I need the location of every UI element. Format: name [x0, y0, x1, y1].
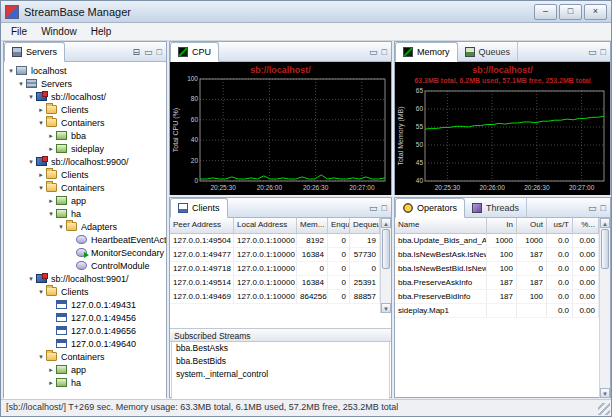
column-header[interactable]: us/T [547, 218, 573, 233]
tree-item-containers[interactable]: ▾Containers [4, 350, 166, 363]
table-row[interactable]: bba.PreserveAskInfo1871870.00.00 [395, 276, 599, 290]
tree-item-sb-localhost-9900-[interactable]: ▾sb://localhost:9900/ [4, 155, 166, 168]
stream-item[interactable]: bba.BestAsks [172, 342, 389, 355]
menu-window[interactable]: Window [34, 25, 84, 38]
tree-item-containers[interactable]: ▾Containers [4, 116, 166, 129]
tree-item-controlmodule[interactable]: ControlModule [4, 259, 166, 272]
table-row[interactable]: 127.0.0.1:49469127.0.0.1:100008642560888… [170, 290, 380, 304]
clients-scrollbar[interactable]: ▲ ▼ [380, 218, 391, 313]
twisty-collapsed-icon[interactable]: ▸ [36, 103, 46, 116]
twisty-collapsed-icon[interactable]: ▸ [36, 168, 46, 181]
scroll-down-icon[interactable]: ▼ [600, 388, 610, 398]
column-header[interactable]: Mem... [297, 218, 328, 233]
tree-item-127-0-0-1-49656[interactable]: 127.0.0.1:49656 [4, 324, 166, 337]
twisty-collapsed-icon[interactable]: ▸ [46, 194, 56, 207]
scroll-up-icon[interactable]: ▲ [600, 218, 610, 228]
twisty-expanded-icon[interactable]: ▾ [36, 285, 46, 298]
maximize-view-icon[interactable]: □ [601, 203, 606, 213]
minimize-view-icon[interactable]: ▭ [369, 203, 378, 213]
twisty-collapsed-icon[interactable]: ▸ [46, 129, 56, 142]
titlebar[interactable]: StreamBase Manager – □ × [1, 1, 611, 23]
tree-item-clients[interactable]: ▸Clients [4, 103, 166, 116]
scrollbar-thumb[interactable] [382, 229, 390, 269]
tree-item-127-0-0-1-49640[interactable]: 127.0.0.1:49640 [4, 337, 166, 350]
close-button[interactable]: × [584, 4, 607, 20]
twisty-expanded-icon[interactable]: ▾ [26, 272, 36, 285]
twisty-collapsed-icon[interactable]: ▸ [46, 142, 56, 155]
menu-file[interactable]: File [4, 25, 34, 38]
scrollbar-thumb[interactable] [601, 229, 609, 269]
maximize-button[interactable]: □ [559, 4, 582, 20]
stream-item[interactable]: bba.BestBids [172, 355, 389, 368]
column-header[interactable]: Out [517, 218, 547, 233]
column-header[interactable]: %... [573, 218, 599, 233]
twisty-expanded-icon[interactable]: ▾ [46, 207, 56, 220]
table-row[interactable]: bba.IsNewBestAsk.IsNewB...1001870.00.00 [395, 248, 599, 262]
column-header[interactable]: In [487, 218, 517, 233]
column-header[interactable]: Name [395, 218, 487, 233]
tab-memory[interactable]: Memory [395, 42, 458, 62]
table-row[interactable]: bba.Update_Bids_and_Asks100010000.00.00 [395, 234, 599, 248]
tab-servers[interactable]: Servers [4, 42, 65, 62]
tree-item-sideplay[interactable]: ▸sideplay [4, 142, 166, 155]
tree-item-monitorsecondary[interactable]: MonitorSecondary [4, 246, 166, 259]
tree-item-localhost[interactable]: ▾localhost [4, 64, 166, 77]
tree-item-ha[interactable]: ▸ha [4, 376, 166, 389]
tree-item-bba[interactable]: ▸bba [4, 129, 166, 142]
tab-clients[interactable]: Clients [170, 198, 228, 218]
minimize-view-icon[interactable]: ▭ [588, 203, 597, 213]
maximize-view-icon[interactable]: □ [382, 47, 387, 57]
minimize-view-icon[interactable]: ▭ [144, 47, 153, 57]
operators-scrollbar[interactable]: ▲ ▼ [599, 218, 610, 398]
column-header[interactable]: Enqu... [328, 218, 350, 233]
column-header[interactable]: Local Address [234, 218, 297, 233]
maximize-view-icon[interactable]: □ [382, 203, 387, 213]
tree-item-127-0-0-1-49431[interactable]: 127.0.0.1:49431 [4, 298, 166, 311]
scroll-up-icon[interactable]: ▲ [381, 218, 391, 228]
resize-grip-icon[interactable] [598, 403, 610, 415]
column-header[interactable]: Dequeued [350, 218, 380, 233]
table-row[interactable]: 127.0.0.1:49504127.0.0.1:100008192019 [170, 234, 380, 248]
tree-item-servers[interactable]: ▾Servers [4, 77, 166, 90]
tab-cpu[interactable]: CPU [170, 42, 219, 62]
twisty-collapsed-icon[interactable]: ▸ [46, 376, 56, 389]
table-row[interactable]: 127.0.0.1:49718127.0.0.1:10000000 [170, 262, 380, 276]
table-row[interactable]: sideplay.Map10.00.00 [395, 304, 599, 318]
twisty-expanded-icon[interactable]: ▾ [36, 181, 46, 194]
twisty-collapsed-icon[interactable]: ▸ [46, 363, 56, 376]
tree-item-adapters[interactable]: ▾Adapters [4, 220, 166, 233]
scroll-down-icon[interactable]: ▼ [381, 303, 391, 313]
twisty-expanded-icon[interactable]: ▾ [26, 155, 36, 168]
tab-operators[interactable]: Operators [395, 198, 465, 218]
tab-queues[interactable]: Queues [458, 42, 519, 61]
tree-item-sb-localhost-[interactable]: ▾sb://localhost/ [4, 90, 166, 103]
tab-threads[interactable]: Threads [465, 198, 527, 217]
twisty-expanded-icon[interactable]: ▾ [16, 77, 26, 90]
twisty-expanded-icon[interactable]: ▾ [56, 220, 66, 233]
stream-item[interactable]: system._internal_control [172, 368, 389, 381]
tree-item-clients[interactable]: ▾Clients [4, 285, 166, 298]
table-row[interactable]: bba.PreserveBidInfo1871000.00.00 [395, 290, 599, 304]
collapse-all-icon[interactable]: ⊟ [133, 47, 141, 57]
twisty-expanded-icon[interactable]: ▾ [36, 350, 46, 363]
tree-item-app[interactable]: ▸app [4, 363, 166, 376]
twisty-expanded-icon[interactable]: ▾ [26, 90, 36, 103]
minimize-button[interactable]: – [534, 4, 557, 20]
twisty-expanded-icon[interactable]: ▾ [36, 116, 46, 129]
minimize-view-icon[interactable]: ▭ [588, 47, 597, 57]
maximize-view-icon[interactable]: □ [601, 47, 606, 57]
column-header[interactable]: Peer Address [170, 218, 234, 233]
tree-item-sb-localhost-9901-[interactable]: ▾sb://localhost:9901/ [4, 272, 166, 285]
tree-item-containers[interactable]: ▾Containers [4, 181, 166, 194]
minimize-view-icon[interactable]: ▭ [369, 47, 378, 57]
tree-item-clients[interactable]: ▸Clients [4, 168, 166, 181]
tree-item-127-0-0-1-49456[interactable]: 127.0.0.1:49456 [4, 311, 166, 324]
table-row[interactable]: 127.0.0.1:49477127.0.0.1:100001638405773… [170, 248, 380, 262]
tree-item-ha[interactable]: ▾ha [4, 207, 166, 220]
tree-item-heartbeateventactions[interactable]: HeartbeatEventActions [4, 233, 166, 246]
table-row[interactable]: bba.IsNewBestBid.IsNewB...10000.00.00 [395, 262, 599, 276]
maximize-view-icon[interactable]: □ [157, 47, 162, 57]
twisty-expanded-icon[interactable]: ▾ [6, 64, 16, 77]
menu-help[interactable]: Help [84, 25, 119, 38]
table-row[interactable]: 127.0.0.1:49514127.0.0.1:100001638402539… [170, 276, 380, 290]
